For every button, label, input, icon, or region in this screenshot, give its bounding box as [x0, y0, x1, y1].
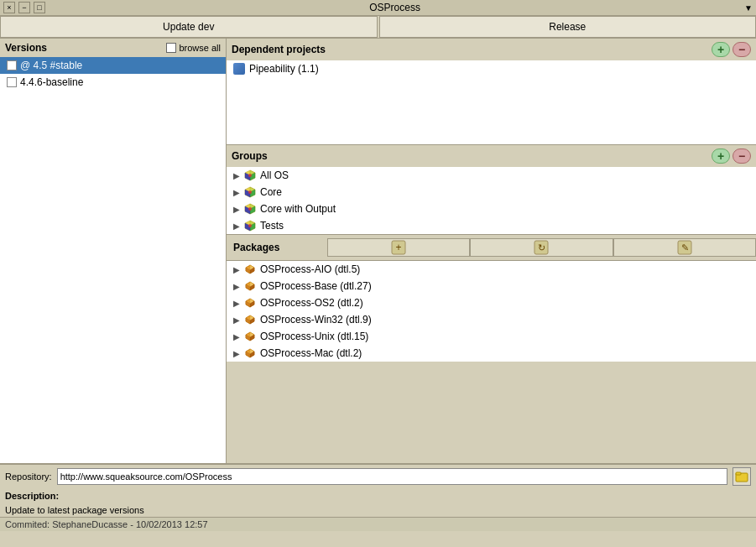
package-label: OSProcess-AIO (dtl.5)	[260, 263, 360, 275]
package-label: OSProcess-Unix (dtl.15)	[260, 331, 368, 342]
packages-refresh-button[interactable]: ↻	[470, 238, 613, 257]
tab-update-dev[interactable]: Update dev	[0, 16, 378, 38]
edit-icon: ✎	[677, 240, 692, 255]
repository-input[interactable]	[57, 468, 727, 485]
tab-release[interactable]: Release	[379, 16, 757, 38]
project-icon	[233, 63, 245, 75]
versions-header: Versions browse all	[0, 39, 226, 57]
description-label-row: Description:	[0, 488, 756, 503]
dependent-projects-title: Dependent projects	[232, 44, 326, 55]
package-label: OSProcess-Base (dtl.27)	[260, 280, 372, 292]
cube-icon	[244, 169, 256, 181]
dependent-project-item[interactable]: Pipeability (1.1)	[227, 60, 756, 77]
expand-icon: ▶	[233, 265, 240, 274]
package-label: OSProcess-OS2 (dtl.2)	[260, 297, 363, 309]
browse-checkbox[interactable]	[166, 43, 176, 53]
expand-icon: ▶	[233, 299, 240, 308]
dependent-projects-section: Dependent projects + − Pipeability (1.1)	[227, 39, 756, 145]
versions-label: Versions	[5, 42, 47, 54]
remove-group-button[interactable]: −	[733, 148, 751, 164]
groups-list: ▶ All OS ▶	[227, 167, 756, 234]
group-item[interactable]: ▶ Core	[227, 184, 756, 201]
description-text-row: Update to latest package versions	[0, 503, 756, 517]
packages-section: Packages + ↻	[227, 235, 756, 463]
package-item[interactable]: ▶ OSProcess-OS2 (dtl.2)	[227, 294, 756, 311]
description-text: Update to latest package versions	[5, 505, 144, 515]
committed-row: Commited: StephaneDucasse - 10/02/2013 1…	[0, 517, 756, 531]
right-sections: Dependent projects + − Pipeability (1.1)	[227, 39, 756, 463]
repository-browse-button[interactable]	[733, 467, 751, 486]
expand-icon: ▶	[233, 205, 240, 214]
group-label: All OS	[260, 169, 289, 181]
packages-list: ▶ OSProcess-AIO (dtl.5) ▶	[227, 261, 756, 362]
version-label: @ 4.5 #stable	[20, 60, 82, 71]
package-item[interactable]: ▶ OSProcess-Win32 (dtl.9)	[227, 311, 756, 328]
package-label: OSProcess-Mac (dtl.2)	[260, 347, 362, 359]
versions-panel: Versions browse all @ 4.5 #stable 4.4.6-…	[0, 39, 227, 463]
packages-add-button[interactable]: +	[327, 238, 470, 257]
minimize-btn[interactable]: −	[18, 2, 30, 13]
group-item[interactable]: ▶ Tests	[227, 217, 756, 234]
maximize-btn[interactable]: □	[34, 2, 45, 13]
expand-icon: ▶	[233, 332, 240, 341]
expand-icon: ▶	[233, 171, 240, 180]
cube-icon	[244, 220, 256, 232]
add-group-button[interactable]: +	[712, 148, 730, 164]
add-package-icon: +	[391, 240, 406, 255]
bottom-area: Repository: Description: Update to lates…	[0, 463, 756, 547]
svg-text:✎: ✎	[680, 242, 688, 253]
package-icon	[244, 297, 256, 309]
version-icon	[7, 60, 17, 70]
group-item[interactable]: ▶ All OS	[227, 167, 756, 184]
cube-icon	[244, 186, 256, 198]
repository-row: Repository:	[0, 465, 756, 488]
package-icon	[244, 314, 256, 326]
groups-header: Groups + −	[227, 145, 756, 167]
version-item[interactable]: @ 4.5 #stable	[0, 57, 226, 74]
expand-icon: ▶	[233, 282, 240, 291]
svg-point-9	[248, 190, 252, 194]
expand-icon: ▶	[233, 349, 240, 358]
dependent-project-label: Pipeability (1.1)	[249, 63, 319, 75]
group-item[interactable]: ▶ Core with Output	[227, 201, 756, 217]
packages-header: Packages + ↻	[227, 235, 756, 261]
packages-title: Packages	[227, 242, 327, 253]
dependent-projects-buttons: + −	[712, 42, 751, 57]
package-icon	[244, 347, 256, 359]
group-label: Core with Output	[260, 203, 336, 215]
version-label: 4.4.6-baseline	[20, 76, 83, 88]
add-dependent-button[interactable]: +	[712, 42, 730, 57]
remove-dependent-button[interactable]: −	[733, 42, 751, 57]
package-icon	[244, 280, 256, 292]
expand-icon: ▶	[233, 221, 240, 231]
svg-point-14	[248, 207, 252, 211]
package-item[interactable]: ▶ OSProcess-Base (dtl.27)	[227, 278, 756, 294]
browse-all-toggle[interactable]: browse all	[166, 43, 221, 53]
dependent-projects-list: Pipeability (1.1)	[227, 60, 756, 144]
package-item[interactable]: ▶ OSProcess-Unix (dtl.15)	[227, 328, 756, 345]
committed-text: Commited: StephaneDucasse - 10/02/2013 1…	[5, 519, 208, 529]
cube-icon	[244, 203, 256, 215]
refresh-icon: ↻	[534, 240, 549, 255]
groups-section: Groups + − ▶	[227, 145, 756, 235]
package-icon	[244, 263, 256, 275]
versions-list: @ 4.5 #stable 4.4.6-baseline	[0, 57, 226, 463]
folder-icon	[735, 470, 748, 483]
version-item[interactable]: 4.4.6-baseline	[0, 74, 226, 91]
group-label: Core	[260, 186, 282, 198]
package-icon	[244, 331, 256, 342]
svg-point-19	[248, 224, 252, 227]
package-item[interactable]: ▶ OSProcess-Mac (dtl.2)	[227, 345, 756, 362]
package-label: OSProcess-Win32 (dtl.9)	[260, 314, 372, 326]
close-btn[interactable]: ×	[3, 2, 15, 13]
tabbar: Update dev Release	[0, 16, 756, 39]
titlebar-controls: × − □	[3, 2, 45, 13]
expand-icon: ▶	[233, 188, 240, 197]
browse-all-label: browse all	[179, 43, 221, 53]
titlebar: × − □ OSProcess ▼	[0, 0, 756, 16]
packages-edit-button[interactable]: ✎	[613, 238, 756, 257]
dropdown-arrow-icon[interactable]: ▼	[744, 3, 753, 13]
package-item[interactable]: ▶ OSProcess-AIO (dtl.5)	[227, 261, 756, 278]
group-label: Tests	[260, 220, 284, 232]
groups-title: Groups	[232, 150, 268, 162]
